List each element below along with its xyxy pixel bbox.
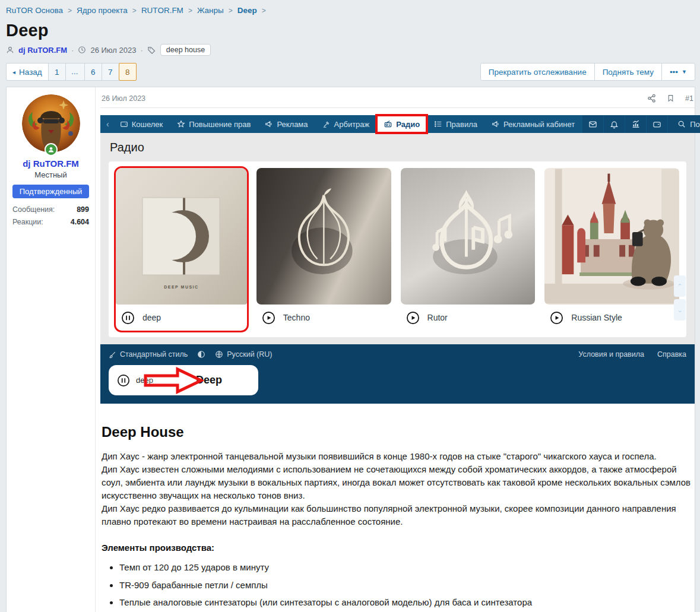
pause-icon[interactable]: [117, 374, 130, 387]
thread-date: 26 Июл 2023: [90, 46, 136, 55]
nav-item-wallet[interactable]: Кошелек: [113, 115, 170, 133]
station-row-techno[interactable]: Techno: [256, 305, 391, 331]
nav-item-rules[interactable]: Правила: [427, 115, 484, 133]
more-actions-button[interactable]: •••▼: [661, 63, 695, 81]
bookmark-icon[interactable]: [667, 94, 674, 103]
station-card-russian-style[interactable]: Russian Style: [544, 168, 679, 331]
nav-back-chevron-icon[interactable]: ‹: [100, 115, 113, 133]
nav-item-radio-active[interactable]: Радио: [376, 115, 427, 133]
post-user-title: Местный: [11, 170, 90, 179]
wallet-icon: [120, 120, 128, 128]
post-header: 26 Июл 2023 #1: [100, 93, 695, 108]
alerts-button[interactable]: [604, 115, 625, 133]
red-arrow-annotation: [143, 367, 204, 394]
breadcrumb-item[interactable]: Жанры: [197, 6, 224, 15]
person-icon: [6, 46, 14, 54]
list-item: TR-909 барабанные петли / семплы: [119, 579, 693, 592]
chevron-down-icon: ▼: [682, 69, 687, 75]
megaphone-icon: [265, 120, 273, 128]
search-button[interactable]: Поиск: [668, 115, 700, 133]
pagination-page-1[interactable]: 1: [48, 63, 66, 81]
unwatch-button[interactable]: Прекратить отслеживание: [480, 63, 595, 81]
station-row-rutor[interactable]: Rutor: [401, 305, 536, 331]
station-cover-techno[interactable]: [256, 168, 391, 305]
breadcrumb-separator: >: [132, 7, 137, 15]
pagination-page-8-current[interactable]: 8: [119, 63, 137, 81]
nav-item-ad-cabinet[interactable]: Рекламный кабинет: [484, 115, 582, 133]
article-paragraph: Дип Хаус известен сложными мелодиями с и…: [102, 463, 693, 502]
station-row-russian-style[interactable]: Russian Style: [544, 305, 679, 331]
station-cover-russian-style[interactable]: [544, 168, 679, 305]
help-link[interactable]: Справка: [657, 350, 686, 359]
user-verified-badge: Подтвержденный: [12, 185, 89, 198]
style-chooser[interactable]: Стандартный стиль: [109, 350, 188, 359]
star-icon: [177, 120, 185, 128]
list-icon: [434, 120, 442, 128]
article-list: Темп от 120 до 125 ударов в минуту TR-90…: [102, 561, 693, 612]
station-cover-rutor[interactable]: [401, 168, 536, 305]
station-card-deep[interactable]: DEEP MUSIC deep: [114, 166, 249, 332]
brush-icon: [109, 351, 116, 359]
breadcrumb-separator: >: [262, 7, 266, 15]
post-username[interactable]: dj RuTOR.FM: [11, 158, 90, 169]
tags-icon: [147, 46, 156, 55]
radio-page: Радио: [100, 133, 695, 344]
bell-icon: [610, 120, 619, 129]
nav-item-privileges[interactable]: Повышение прав: [170, 115, 258, 133]
nav-item-arbitration[interactable]: Арбитраж: [315, 115, 377, 133]
avatar[interactable]: [22, 94, 80, 153]
meta-dot: ·: [71, 46, 74, 55]
pagination-back-button[interactable]: ◂Назад: [6, 63, 49, 81]
messages-button[interactable]: [582, 115, 603, 133]
station-row-deep[interactable]: deep: [116, 305, 247, 331]
wallet-icon: [653, 120, 661, 129]
play-icon[interactable]: [406, 311, 420, 325]
pagination-page-7[interactable]: 7: [102, 63, 119, 81]
breadcrumb-item[interactable]: Ядро проекта: [77, 6, 128, 15]
breadcrumb: RuTOR Основа> Ядро проекта> RUTOR.FM> Жа…: [6, 5, 695, 16]
breadcrumb-separator: >: [188, 7, 192, 15]
post-body: 26 Июл 2023 #1 ‹: [96, 87, 700, 612]
pause-icon[interactable]: [121, 311, 135, 325]
station-card-rutor[interactable]: Rutor: [401, 168, 536, 331]
scroll-down-button[interactable]: ⌄: [674, 299, 686, 321]
thread-meta: dj RuTOR.FM · 26 Июл 2023 · deep house: [6, 44, 695, 56]
post-text: Deep House Дип Хаус - жанр электронной т…: [100, 404, 695, 612]
article-list-heading: Элементы производства:: [102, 543, 693, 553]
pagination: ◂Назад 1 … 6 7 8: [6, 63, 136, 81]
scroll-up-button[interactable]: ⌃: [674, 275, 686, 297]
nav-item-ads[interactable]: Реклама: [258, 115, 315, 133]
clock-icon: [78, 46, 86, 54]
share-icon[interactable]: [647, 94, 656, 103]
carousel-scrollers: ⌃ ⌄: [674, 275, 686, 321]
breadcrumb-item-current[interactable]: Deep: [237, 6, 257, 15]
thread-author-link[interactable]: dj RuTOR.FM: [18, 46, 67, 55]
search-icon: [677, 120, 686, 128]
breadcrumb-item[interactable]: RUTOR.FM: [141, 6, 183, 15]
play-icon[interactable]: [262, 311, 275, 325]
post-date[interactable]: 26 Июл 2023: [102, 94, 145, 103]
post-number[interactable]: #1: [685, 94, 693, 103]
station-cover-deep[interactable]: DEEP MUSIC: [116, 168, 247, 305]
list-item: Темп от 120 до 125 ударов в минуту: [119, 561, 693, 575]
language-chooser[interactable]: Русский (RU): [215, 350, 272, 359]
thread-tag[interactable]: deep house: [160, 44, 211, 56]
station-card-techno[interactable]: Techno: [256, 168, 391, 331]
contrast-toggle[interactable]: [197, 350, 205, 359]
stats-button[interactable]: [625, 115, 646, 133]
article-paragraph: Дип Хаус - жанр электронной танцевальной…: [102, 450, 693, 463]
controls-row: ◂Назад 1 … 6 7 8 Прекратить отслеживание…: [6, 63, 695, 81]
play-icon[interactable]: [550, 311, 563, 325]
wallet-button[interactable]: [647, 115, 667, 133]
breadcrumb-separator: >: [229, 7, 233, 15]
terms-link[interactable]: Условия и правила: [578, 350, 644, 359]
pagination-ellipsis[interactable]: …: [65, 63, 85, 81]
breadcrumb-item[interactable]: RuTOR Основа: [6, 6, 63, 15]
deep-logo-art: [137, 192, 226, 281]
deep-music-caption: DEEP MUSIC: [116, 285, 247, 289]
pagination-page-6[interactable]: 6: [84, 63, 102, 81]
radio-player[interactable]: deep Deep: [109, 365, 258, 395]
attached-screenshot[interactable]: ‹ Кошелек Повышение прав Реклама: [100, 115, 695, 404]
meta-dot: ·: [140, 46, 142, 55]
bump-thread-button[interactable]: Поднять тему: [594, 63, 662, 81]
